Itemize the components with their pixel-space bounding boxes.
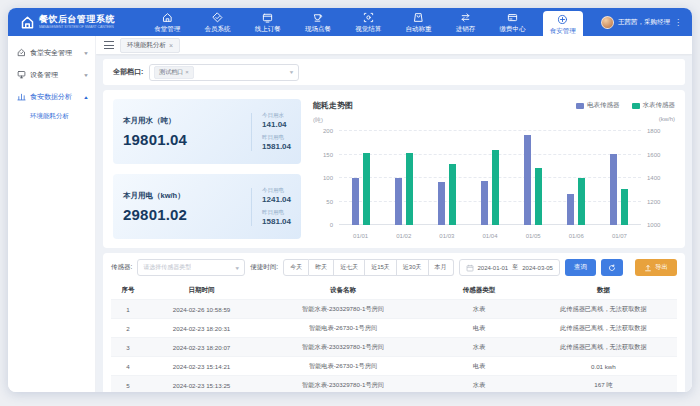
- right-axis-unit: (kw/h): [659, 116, 675, 122]
- table-header-cell: 设备名称: [258, 282, 428, 300]
- quick-date-button[interactable]: 近七天: [334, 259, 365, 276]
- table-cell: 此传感器已离线，无法获取数据: [530, 338, 677, 357]
- app-title: 餐饮后台管理系统: [39, 15, 127, 24]
- bar-水表传感器-01/05: [535, 168, 542, 225]
- table-cell: 2024-02-23 18:20:07: [145, 338, 258, 357]
- search-button[interactable]: 查询: [565, 259, 596, 276]
- table-cell: 2: [111, 319, 145, 338]
- bar-水表传感器-01/01: [363, 153, 370, 225]
- right-axis-tick: 1000: [647, 222, 660, 228]
- refresh-icon: [608, 264, 616, 272]
- inventory-icon: [460, 12, 471, 24]
- legend-item[interactable]: 水表传感器: [632, 101, 676, 110]
- divider: [251, 113, 252, 151]
- nav-item-7[interactable]: 进销存: [449, 8, 483, 36]
- chart-plot: 01000501200100140015016002001800: [339, 131, 641, 225]
- table-row: 12024-02-26 10:58:59智能水表-230329780-1号房间水…: [111, 300, 677, 319]
- table-cell: 智能电表-26730-1号房间: [258, 357, 428, 376]
- nav-item-6[interactable]: 自动称重: [398, 8, 438, 36]
- x-axis-label: 01/05: [512, 233, 555, 239]
- more-options-icon[interactable]: ⋮: [674, 18, 682, 27]
- table-header-cell: 数据: [530, 282, 677, 300]
- stat-title: 本月用电（kw/h）: [123, 191, 241, 201]
- tab-env-energy[interactable]: 环境能耗分析 ×: [120, 38, 180, 53]
- bar-电表传感器-01/02: [395, 178, 402, 225]
- legend-item[interactable]: 电表传感器: [576, 101, 620, 110]
- nav-item-4[interactable]: 现场点餐: [298, 8, 338, 36]
- tab-label: 环境能耗分析: [127, 41, 166, 50]
- collapse-menu-icon[interactable]: [104, 41, 114, 49]
- table-cell: 0.01 kwh: [530, 357, 677, 376]
- chart-title: 能耗走势图: [313, 100, 353, 111]
- user-menu[interactable]: 王茜茜，采购经理 ⋮: [593, 8, 692, 36]
- table-row: 52024-02-23 15:13:25智能水表-230329780-1号房间水…: [111, 376, 677, 393]
- nav-item-8[interactable]: 缴费中心: [492, 8, 532, 36]
- tab-close-icon[interactable]: ×: [169, 42, 173, 49]
- right-axis-tick: 1800: [647, 128, 660, 134]
- quick-date-button[interactable]: 今天: [283, 259, 309, 276]
- bar-group-01/01: [339, 131, 382, 225]
- sensor-select-placeholder: 请选择传感器类型: [143, 263, 191, 272]
- legend-swatch: [632, 103, 640, 109]
- table-cell: 智能水表-230329780-1号房间: [258, 300, 428, 319]
- refresh-button[interactable]: [601, 259, 623, 276]
- chevron-down-icon: ▼: [83, 73, 89, 78]
- right-axis-tick: 1400: [647, 175, 660, 181]
- nav-item-2[interactable]: 会员系统: [197, 8, 237, 36]
- quick-date-button[interactable]: 近30天: [397, 259, 429, 276]
- nav-item-label: 会员系统: [204, 25, 230, 34]
- table-row: 32024-02-23 18:20:07智能水表-230329780-1号房间水…: [111, 338, 677, 357]
- energy-trend-chart: 能耗走势图 电表传感器水表传感器 (吨) (kw/h) 010005012001…: [313, 99, 675, 239]
- chevron-down-icon: ▼: [288, 70, 294, 75]
- sidebar-item-1[interactable]: 食堂安全管理▼: [8, 42, 95, 64]
- member-icon: [212, 12, 223, 24]
- sidebar-item-2[interactable]: 设备管理▼: [8, 64, 95, 86]
- bar-group-01/06: [555, 131, 598, 225]
- avatar[interactable]: [601, 16, 614, 29]
- stall-tag-close-icon[interactable]: ×: [185, 69, 189, 75]
- nav-item-label: 进销存: [456, 25, 476, 34]
- x-axis-label: 01/04: [468, 233, 511, 239]
- sensor-type-select[interactable]: 请选择传感器类型 ▼: [137, 259, 245, 276]
- bar-水表传感器-01/07: [621, 189, 628, 225]
- nav-item-5[interactable]: 视觉结算: [348, 8, 388, 36]
- quick-date-button[interactable]: 近15天: [365, 259, 397, 276]
- quick-date-button[interactable]: 昨天: [309, 259, 334, 276]
- records-table: 序号日期时间设备名称传感器类型数据 12024-02-26 10:58:59智能…: [111, 282, 677, 392]
- table-cell: 4: [111, 357, 145, 376]
- nav-item-label: 食安管理: [550, 27, 576, 36]
- x-axis-label: 01/06: [555, 233, 598, 239]
- main-area: 环境能耗分析 × 全部档口: 测试档口 × ▼ 本月用水（吨）19801.04今…: [96, 36, 692, 392]
- bar-电表传感器-01/01: [352, 178, 359, 225]
- table-header: 序号日期时间设备名称传感器类型数据: [111, 282, 677, 300]
- nav-item-9[interactable]: 食安管理: [543, 11, 583, 36]
- table-cell: 水表: [428, 338, 530, 357]
- app-window: 餐饮后台管理系统 MANAGEMENT SYSTEM OF SMART CANT…: [8, 8, 692, 392]
- bar-水表传感器-01/03: [449, 164, 456, 225]
- stall-filter-label: 全部档口:: [113, 67, 143, 77]
- table-cell: 此传感器已离线，无法获取数据: [530, 300, 677, 319]
- nav-item-label: 缴费中心: [499, 25, 525, 34]
- table-cell: 电表: [428, 319, 530, 338]
- table-cell: 2024-02-23 15:14:21: [145, 357, 258, 376]
- nav-item-label: 线上订餐: [255, 25, 281, 34]
- export-button[interactable]: 导出: [635, 259, 677, 276]
- table-cell: 2024-02-26 10:58:59: [145, 300, 258, 319]
- sidebar-item-3[interactable]: 食安数据分析▲: [8, 86, 95, 108]
- user-name: 王茜茜，采购经理: [618, 18, 670, 27]
- date-range-picker[interactable]: 2024-01-01 至 2024-03-05: [459, 259, 560, 276]
- table-filter-row: 传感器: 请选择传感器类型 ▼ 便捷时间: 今天昨天近七天近15天近30天本月 …: [111, 259, 677, 276]
- food-safety-icon: [557, 14, 568, 26]
- table-cell: 此传感器已离线，无法获取数据: [530, 319, 677, 338]
- date-to[interactable]: 2024-03-05: [522, 265, 553, 271]
- sidebar-subitem[interactable]: 环境能耗分析: [8, 108, 95, 125]
- quick-date-buttons: 今天昨天近七天近15天近30天本月: [283, 259, 453, 276]
- date-from[interactable]: 2024-01-01: [478, 265, 509, 271]
- left-axis-tick: 200: [323, 128, 333, 134]
- quick-date-button[interactable]: 本月: [429, 259, 454, 276]
- bar-电表传感器-01/06: [567, 194, 574, 225]
- logo-house-icon: [20, 15, 35, 30]
- nav-item-1[interactable]: 食堂管理: [147, 8, 187, 36]
- nav-item-3[interactable]: 线上订餐: [248, 8, 288, 36]
- stall-select[interactable]: 测试档口 × ▼: [149, 64, 299, 81]
